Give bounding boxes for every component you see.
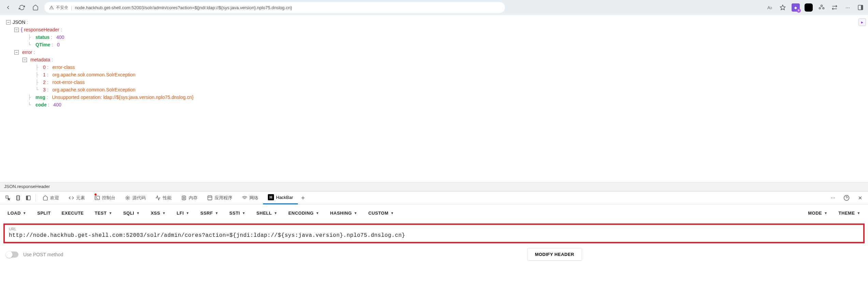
hb-encoding[interactable]: ENCODING▼	[288, 211, 319, 216]
hackbar-toolbar: LOAD▼ SPLIT EXECUTE TEST▼ SQLI▼ XSS▼ LFI…	[0, 204, 868, 221]
back-button[interactable]	[3, 3, 13, 12]
key-responseHeader[interactable]: responseHeader	[24, 26, 59, 33]
val-3: org.apache.solr.common.SolrException	[52, 86, 135, 93]
svg-rect-8	[95, 196, 99, 200]
brace-open-icon: {	[21, 26, 23, 33]
svg-rect-5	[17, 196, 19, 200]
device-icon[interactable]	[13, 193, 23, 203]
tab-application[interactable]: 应用程序	[202, 191, 237, 204]
json-root: JSON	[13, 18, 25, 26]
svg-marker-0	[780, 5, 785, 10]
svg-rect-12	[183, 197, 185, 199]
idx-2: 2	[43, 78, 46, 86]
favorites-bar-icon[interactable]	[830, 3, 839, 12]
tab-welcome[interactable]: 欢迎	[38, 191, 64, 204]
more-icon[interactable]: ⋯	[843, 3, 852, 12]
val-1: org.apache.solr.common.SolrException	[52, 71, 135, 78]
key-status[interactable]: status	[35, 33, 49, 41]
svg-rect-17	[208, 196, 212, 200]
tab-hackbar[interactable]: HHackBar	[263, 191, 298, 204]
tab-console[interactable]: 控制台	[90, 191, 120, 204]
devtools-tab-strip: 欢迎 元素 控制台 源代码 性能 内存 应用程序 网络 HHackBar ⋯	[0, 191, 868, 204]
val-code: 400	[53, 101, 61, 109]
devtools-help-icon[interactable]	[841, 193, 852, 203]
val-msg: Unsupported operation: ldap://${sys:java…	[52, 93, 193, 101]
val-0: error-class	[52, 63, 75, 71]
post-method-toggle[interactable]	[6, 251, 18, 258]
idx-0: 0	[43, 63, 46, 71]
hb-hashing[interactable]: HASHING▼	[330, 211, 358, 216]
key-error[interactable]: error	[22, 48, 32, 56]
val-qtime: 0	[57, 41, 60, 48]
hb-xss[interactable]: XSS▼	[151, 211, 166, 216]
hb-theme[interactable]: THEME▼	[839, 211, 860, 216]
devtools-more-icon[interactable]: ⋯	[828, 193, 838, 203]
hb-sqli[interactable]: SQLI▼	[123, 211, 140, 216]
collections-icon[interactable]	[818, 3, 826, 12]
devtools-panel: 欢迎 元素 控制台 源代码 性能 内存 应用程序 网络 HHackBar ⋯ L…	[0, 191, 868, 265]
side-panel-toggle[interactable]: ▸	[858, 18, 866, 26]
sidebar-icon[interactable]	[856, 3, 865, 12]
extension-badge-2[interactable]	[805, 3, 813, 12]
tab-memory[interactable]: 内存	[176, 191, 202, 204]
key-metadata[interactable]: metadata	[30, 56, 50, 63]
security-text: 不安全	[56, 5, 68, 11]
extension-badge-1[interactable]: ◆8	[792, 3, 800, 12]
tab-sources[interactable]: 源代码	[120, 191, 150, 204]
browser-right-tools: A)) ◆8 ⋯	[766, 3, 865, 12]
refresh-button[interactable]	[17, 3, 27, 12]
val-2: root-error-class	[52, 78, 85, 86]
svg-rect-2	[861, 5, 863, 10]
address-bar[interactable]: 不安全 | node.hackhub.get-shell.com:52003/s…	[44, 2, 505, 13]
hb-mode[interactable]: MODE▼	[808, 211, 827, 216]
tab-performance[interactable]: 性能	[150, 191, 176, 204]
hb-execute[interactable]: EXECUTE	[62, 211, 84, 216]
modify-header-button[interactable]: MODIFY HEADER	[527, 248, 582, 261]
hb-lfi[interactable]: LFI▼	[177, 211, 189, 216]
hackbar-bottom-row: Use POST method MODIFY HEADER	[0, 243, 868, 265]
idx-3: 3	[43, 86, 46, 93]
collapse-icon[interactable]: −	[6, 20, 11, 25]
svg-point-10	[127, 197, 128, 199]
favorite-icon[interactable]	[779, 3, 787, 12]
url-label: URL	[9, 227, 859, 231]
devtools-close-icon[interactable]	[855, 193, 865, 203]
collapse-icon[interactable]: −	[14, 28, 19, 32]
url-text: node.hackhub.get-shell.com:52003/solr/ad…	[75, 5, 292, 10]
inspect-icon[interactable]	[3, 193, 13, 203]
home-button[interactable]	[31, 3, 40, 12]
tab-elements[interactable]: 元素	[64, 191, 90, 204]
hb-ssrf[interactable]: SSRF▼	[200, 211, 218, 216]
collapse-icon[interactable]: −	[14, 50, 19, 55]
dock-icon[interactable]	[23, 193, 33, 203]
val-status: 400	[56, 33, 64, 41]
collapse-icon[interactable]: −	[23, 58, 27, 62]
idx-1: 1	[43, 71, 46, 78]
hb-custom[interactable]: CUSTOM▼	[368, 211, 394, 216]
read-aloud-icon[interactable]: A))	[766, 3, 774, 12]
key-qtime[interactable]: QTime	[35, 41, 50, 48]
hb-ssti[interactable]: SSTI▼	[229, 211, 245, 216]
warning-icon	[49, 5, 54, 10]
hb-shell[interactable]: SHELL▼	[257, 211, 278, 216]
hb-split[interactable]: SPLIT	[37, 211, 50, 216]
hackbar-url-box: URL	[3, 223, 865, 243]
svg-rect-7	[26, 196, 28, 200]
browser-toolbar: 不安全 | node.hackhub.get-shell.com:52003/s…	[0, 0, 868, 15]
hackbar-url-input[interactable]	[9, 231, 859, 239]
tab-network[interactable]: 网络	[237, 191, 263, 204]
key-msg[interactable]: msg	[35, 93, 45, 101]
add-tab-icon[interactable]	[298, 193, 308, 203]
status-bar: JSON.responseHeader	[0, 182, 868, 191]
svg-rect-11	[182, 196, 186, 200]
key-code[interactable]: code	[35, 101, 47, 109]
post-method-label: Use POST method	[23, 252, 63, 257]
hb-load[interactable]: LOAD▼	[8, 211, 26, 216]
svg-rect-3	[6, 196, 8, 198]
json-viewer: −JSON: −{ responseHeader: ├status: 400 └…	[0, 15, 868, 182]
hb-test[interactable]: TEST▼	[95, 211, 113, 216]
security-indicator[interactable]: 不安全	[49, 5, 68, 11]
hackbar-icon: H	[268, 194, 274, 200]
